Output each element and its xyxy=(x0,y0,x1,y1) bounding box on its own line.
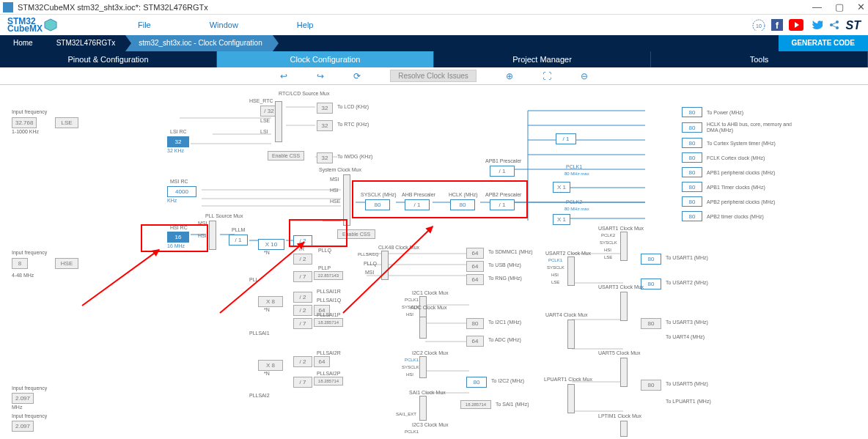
tab-project[interactable]: Project Manager xyxy=(434,51,651,67)
usart2-out: 80 xyxy=(641,278,661,289)
i2c2-out[interactable]: 80 xyxy=(466,377,487,388)
menu-window[interactable]: Window xyxy=(210,21,238,29)
usart3-out: 80 xyxy=(641,318,661,329)
close-button[interactable]: ✕ xyxy=(857,1,865,12)
facebook-icon[interactable]: f xyxy=(771,19,783,31)
hse-input[interactable]: 8 xyxy=(12,258,28,269)
pllsai1q-label: PLLSAI1Q xyxy=(317,298,341,303)
zoom-in-icon[interactable]: ⊕ xyxy=(506,71,513,81)
pllsai2r-val[interactable]: / 2 xyxy=(293,356,312,367)
tab-tools[interactable]: Tools xyxy=(651,51,868,67)
pll-src-label: PLL Source Mux xyxy=(205,213,243,218)
enable-css-2[interactable]: Enable CSS xyxy=(337,229,375,239)
sai2-freq[interactable]: 2.097 xyxy=(12,421,34,432)
crumb-home[interactable]: Home xyxy=(0,35,43,51)
hse-range: 4-48 MHz xyxy=(12,273,34,278)
adc-mux-label: ADC Clock Mux xyxy=(411,305,446,310)
refresh-icon[interactable]: ⟳ xyxy=(353,71,361,81)
sai1-freq[interactable]: 2.097 xyxy=(12,393,34,404)
usart2-mux-label: USART2 Clock Mux xyxy=(545,251,591,256)
pclk1-label: PCLK1 xyxy=(566,164,582,169)
window-controls: — ▢ ✕ xyxy=(812,1,865,12)
lcd-out: 32 xyxy=(317,103,333,114)
pllsai2-n[interactable]: X 8 xyxy=(258,360,283,371)
pllsai1r-val[interactable]: / 2 xyxy=(293,292,312,303)
msi-rc-label: MSI RC xyxy=(170,179,188,184)
i2c3-mux-label: I2C3 Clock Mux xyxy=(412,422,448,427)
lpuart1-mux-label: LPUART1 Clock Mux xyxy=(544,377,592,382)
hse-rtc-label: HSE_RTC xyxy=(249,98,273,103)
ahb-val[interactable]: / 1 xyxy=(405,199,430,210)
lpuart1-mux[interactable] xyxy=(567,384,575,413)
tab-clock[interactable]: Clock Configuration xyxy=(217,51,434,67)
apb2-val[interactable]: / 1 xyxy=(490,199,515,210)
out-apb2-timer: 80APB2 timer clocks (MHz) xyxy=(682,211,798,221)
uart5-mux[interactable] xyxy=(620,358,628,387)
pclk1-note: 80 MHz max xyxy=(564,171,589,176)
logo: STM32 CubeMX xyxy=(7,18,43,32)
pllq-val[interactable]: / 2 xyxy=(293,254,312,265)
fit-icon[interactable]: ⛶ xyxy=(542,71,551,81)
to-adc: To ADC (MHz) xyxy=(488,337,521,342)
lse-sig: LSE xyxy=(260,118,270,123)
social-icons: 10 f ST xyxy=(752,19,861,31)
usart1-mux[interactable] xyxy=(620,232,628,261)
hsi-mhz: 16 MHz xyxy=(167,243,185,248)
lsi-rc-label: LSI RC xyxy=(170,129,187,134)
pllsai1-n[interactable]: X 8 xyxy=(258,296,283,307)
redo-icon[interactable]: ↪ xyxy=(317,71,324,81)
adc-mux[interactable] xyxy=(419,317,427,339)
i2c1-out: 80 xyxy=(466,318,484,329)
crumb-chip[interactable]: STM32L476RGTx xyxy=(43,35,126,51)
pllm-val[interactable]: / 1 xyxy=(229,235,248,246)
lse-freq-input[interactable]: 32.768 xyxy=(12,117,37,128)
sai1-mux[interactable] xyxy=(419,396,427,421)
generate-code-button[interactable]: GENERATE CODE xyxy=(779,35,869,51)
window-title: STM32CubeMX stm32_sht3x.ioc*: STM32L476R… xyxy=(18,3,208,12)
rtc-src-mux-label: RTC/LCD Source Mux xyxy=(279,91,330,96)
apb2-label: APB2 Prescaler xyxy=(485,192,521,197)
sysclk-val[interactable]: 80 xyxy=(365,199,390,210)
pllq-label: PLLQ xyxy=(318,248,331,253)
hclk-val[interactable]: 80 xyxy=(450,199,475,210)
plln-val[interactable]: X 10 xyxy=(258,239,284,250)
usart2-mux[interactable] xyxy=(567,257,575,286)
hclk-div1[interactable]: / 1 xyxy=(556,133,576,144)
twitter-icon[interactable] xyxy=(809,19,823,31)
menu-file[interactable]: File xyxy=(138,21,151,29)
pllsai1p-val[interactable]: / 7 xyxy=(293,318,312,329)
msi-val[interactable]: 4000 xyxy=(167,186,196,197)
svg-line-11 xyxy=(831,25,837,28)
i2c2-mux[interactable] xyxy=(419,356,427,378)
youtube-icon[interactable] xyxy=(789,19,803,31)
uart4-mux[interactable] xyxy=(567,320,575,349)
rtc-mux[interactable] xyxy=(275,101,282,142)
pll-source-mux[interactable] xyxy=(209,221,216,250)
minimize-button[interactable]: — xyxy=(812,1,822,12)
enable-css[interactable]: Enable CSS xyxy=(268,151,304,161)
maximize-button[interactable]: ▢ xyxy=(835,1,844,12)
tab-pinout[interactable]: Pinout & Configuration xyxy=(0,51,217,67)
pllp-val[interactable]: / 7 xyxy=(293,271,312,282)
sai1-mux-label: SAI1 Clock Mux xyxy=(409,390,446,395)
lptim1-mux[interactable] xyxy=(620,421,628,437)
sdmmc-out: 64 xyxy=(466,248,484,259)
apb1-label: APB1 Prescaler xyxy=(485,158,521,163)
system-clock-mux[interactable] xyxy=(343,174,350,226)
zoom-out-icon[interactable]: ⊖ xyxy=(581,71,588,81)
cube-icon xyxy=(44,18,57,32)
svg-text:10: 10 xyxy=(756,23,762,29)
pllsai2p-out: 18.285714 xyxy=(314,377,343,385)
badge-icon[interactable]: 10 xyxy=(752,19,765,31)
menu-help[interactable]: Help xyxy=(297,21,314,29)
clock-diagram[interactable]: Input frequency 32.768 1-1000 KHz LSE LS… xyxy=(0,85,868,439)
label-input-freq-1: Input frequency xyxy=(12,109,47,114)
apb1-val[interactable]: / 1 xyxy=(490,166,515,177)
resolve-clock-button[interactable]: Resolve Clock Issues xyxy=(390,70,477,82)
pllsai1q-val[interactable]: / 2 xyxy=(293,305,312,316)
usart3-mux[interactable] xyxy=(620,292,628,321)
pllsai2p-val[interactable]: / 7 xyxy=(293,377,312,388)
undo-icon[interactable]: ↩ xyxy=(280,71,287,81)
share-icon[interactable] xyxy=(828,19,840,31)
crumb-file[interactable]: stm32_sht3x.ioc - Clock Configuration xyxy=(125,35,272,51)
